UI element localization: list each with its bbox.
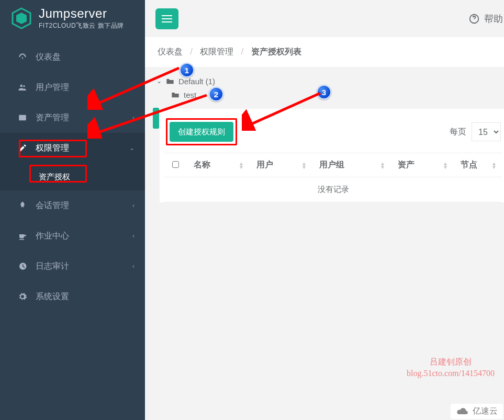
sidebar-item-dashboard[interactable]: 仪表盘 xyxy=(0,42,145,72)
tree-child-label: test xyxy=(184,90,196,99)
svg-point-2 xyxy=(20,85,23,87)
sidebar-item-logs[interactable]: 日志审计 ‹ xyxy=(0,251,145,281)
breadcrumb-separator: / xyxy=(190,47,192,56)
content-card: 创建授权规则 每页 15 xyxy=(160,109,504,202)
history-icon xyxy=(18,262,27,271)
sort-icon: ▲▼ xyxy=(443,162,448,169)
sidebar: Jumpserver FIT2CLOUD飞致云 旗下品牌 仪表盘 用户管理 ‹ … xyxy=(0,0,145,420)
sidebar-toggle-button[interactable] xyxy=(155,8,178,29)
sort-icon: ▲▼ xyxy=(491,162,497,169)
column-header-asset[interactable]: 资产▲▼ xyxy=(390,153,453,177)
chevron-left-icon: ‹ xyxy=(132,84,135,91)
sidebar-item-label: 资产管理 xyxy=(36,112,69,123)
sidebar-item-label: 日志审计 xyxy=(36,261,69,272)
sidebar-item-settings[interactable]: 系统设置 xyxy=(0,281,145,312)
select-all-checkbox[interactable] xyxy=(172,161,179,168)
sidebar-item-label: 系统设置 xyxy=(36,291,69,302)
sidebar-item-label: 作业中心 xyxy=(36,231,69,242)
per-page-control: 每页 15 xyxy=(450,122,501,141)
svg-marker-1 xyxy=(16,13,27,24)
column-header-user[interactable]: 用户▲▼ xyxy=(249,153,312,177)
select-all-header[interactable] xyxy=(165,153,186,177)
users-icon xyxy=(18,83,27,92)
dashboard-icon xyxy=(18,52,27,62)
svg-point-3 xyxy=(23,85,25,87)
chevron-left-icon: ‹ xyxy=(132,202,135,209)
sidebar-item-assets[interactable]: 资产管理 ‹ xyxy=(0,103,145,133)
tree-root-label: Default (1) xyxy=(178,77,215,86)
help-icon xyxy=(468,13,480,25)
annotation-highlight-permissions xyxy=(19,140,87,157)
sidebar-item-users[interactable]: 用户管理 ‹ xyxy=(0,72,145,103)
breadcrumb-section[interactable]: 权限管理 xyxy=(200,47,233,56)
brand-logo-icon xyxy=(9,6,33,30)
sort-icon: ▲▼ xyxy=(380,162,385,169)
column-header-name[interactable]: 名称▲▼ xyxy=(186,153,249,177)
chevron-down-icon: ⌄ xyxy=(156,77,162,85)
annotation-highlight-create-button: 创建授权规则 xyxy=(166,118,237,145)
create-rule-button[interactable]: 创建授权规则 xyxy=(170,122,233,142)
chevron-down-icon: ⌄ xyxy=(129,144,135,152)
folder-open-icon xyxy=(166,77,174,85)
sidebar-item-label: 会话管理 xyxy=(36,200,69,211)
chevron-left-icon: ‹ xyxy=(132,263,135,270)
brand: Jumpserver FIT2CLOUD飞致云 旗下品牌 xyxy=(0,0,145,36)
sidebar-item-label: 用户管理 xyxy=(36,82,69,93)
annotation-badge-3: 3 xyxy=(317,85,331,99)
folder-icon xyxy=(171,91,180,98)
brand-tagline: FIT2CLOUD飞致云 旗下品牌 xyxy=(39,21,124,30)
per-page-select[interactable]: 15 xyxy=(472,122,501,141)
topbar: 帮助 xyxy=(145,0,504,37)
column-header-usergroup[interactable]: 用户组▲▼ xyxy=(312,153,390,177)
help-link[interactable]: 帮助 xyxy=(468,13,503,25)
sidebar-item-jobs[interactable]: 作业中心 ‹ xyxy=(0,221,145,251)
sort-icon: ▲▼ xyxy=(239,162,244,169)
coffee-icon xyxy=(18,231,27,241)
cloud-icon xyxy=(456,407,469,416)
per-page-label: 每页 xyxy=(450,127,466,138)
empty-row: 没有记录 xyxy=(165,177,502,202)
breadcrumb-separator: / xyxy=(241,47,243,56)
watermark-corner: 亿速云 xyxy=(451,404,503,419)
panel-collapse-handle[interactable] xyxy=(153,108,159,129)
chevron-left-icon: ‹ xyxy=(132,114,135,121)
sidebar-item-sessions[interactable]: 会话管理 ‹ xyxy=(0,190,145,221)
brand-name: Jumpserver xyxy=(39,7,124,20)
watermark-author: 吕建钊原创 blog.51cto.com/14154700 xyxy=(407,356,495,379)
menu-icon xyxy=(162,15,172,23)
breadcrumb-root[interactable]: 仪表盘 xyxy=(158,47,183,56)
annotation-badge-2: 2 xyxy=(209,87,223,101)
permission-table: 名称▲▼ 用户▲▼ 用户组▲▼ 资产▲▼ 节点▲▼ 没有记录 xyxy=(165,153,502,202)
sort-icon: ▲▼ xyxy=(301,162,307,169)
inbox-icon xyxy=(18,113,27,122)
rocket-icon xyxy=(18,201,27,210)
annotation-badge-1: 1 xyxy=(180,63,194,77)
sidebar-item-label: 仪表盘 xyxy=(36,52,61,63)
breadcrumb: 仪表盘 / 权限管理 / 资产授权列表 xyxy=(145,37,504,67)
main: 帮助 仪表盘 / 权限管理 / 资产授权列表 ⌄ Default (1) xyxy=(145,0,504,420)
chevron-left-icon: ‹ xyxy=(132,232,135,240)
annotation-highlight-asset-auth xyxy=(29,165,87,183)
help-label: 帮助 xyxy=(484,13,503,25)
gears-icon xyxy=(18,292,27,301)
breadcrumb-current: 资产授权列表 xyxy=(251,47,301,56)
column-header-node[interactable]: 节点▲▼ xyxy=(453,153,502,177)
